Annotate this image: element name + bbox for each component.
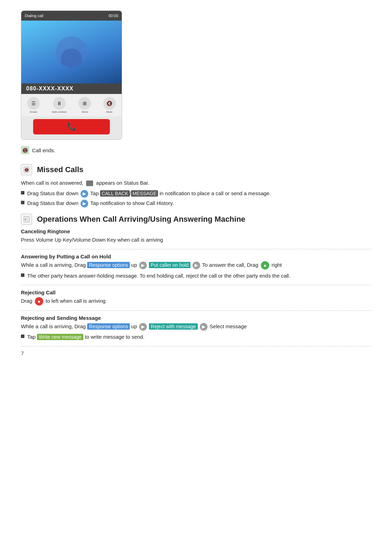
missed-calls-intro-text: When call is not answered, <box>21 180 83 186</box>
answering-hold-text: While a call is arriving, Drag Response … <box>21 261 371 270</box>
missed-calls-bullet-2: Drag Status Bar down ▶ Tap notification … <box>21 199 371 207</box>
answering-hold-text-after: To answer the call, Drag <box>202 262 260 268</box>
operations-icon: + <box>21 214 32 225</box>
call-ends-line: 📵 Call ends. <box>21 146 371 154</box>
arrow-icon-4: ▶ <box>193 262 200 269</box>
call-btn-add-label: Add contact <box>52 110 67 113</box>
arrow-icon-2: ▶ <box>81 200 88 207</box>
bullet-square-3 <box>21 273 24 277</box>
arrow-icon-6: ▶ <box>200 323 208 331</box>
divider-4 <box>21 346 371 346</box>
canceling-ringtone-heading: Canceling Ringtone <box>21 228 371 234</box>
answering-hold-bullet-text: The other party hears answer-holding mes… <box>27 272 290 280</box>
phone-screenshot: Dialing call 00:00 080-XXXX-XXXX ☰ Erase… <box>21 10 122 140</box>
status-bar-icon-missed <box>86 181 93 186</box>
divider-2 <box>21 285 371 285</box>
call-time: 00:00 <box>108 14 118 18</box>
rejecting-message-text: While a call is arriving, Drag Response … <box>21 322 371 331</box>
call-btn-group-4: 🔇 Mute <box>103 97 116 113</box>
end-call-icon: 📞 <box>67 122 76 131</box>
answering-hold-heading: Answering by Putting a Call on Hold <box>21 254 371 259</box>
missed-calls-bullets: Drag Status Bar down ▶ Tap CALL BACK/MES… <box>21 189 371 207</box>
operations-title: Operations When Call Arriving/Using Answ… <box>37 215 245 224</box>
call-btn-erase: ☰ <box>27 97 40 110</box>
call-ends-icon: 📵 <box>21 146 29 154</box>
missed-calls-intro: When call is not answered, appears on St… <box>21 179 371 187</box>
response-options-highlight-2: Response options <box>87 323 130 330</box>
call-btn-erase-label: Erase <box>30 110 37 113</box>
missed-calls-bullet-2-text: Drag Status Bar down ▶ Tap notification … <box>27 199 174 207</box>
call-buttons-row: ☰ Erase ⏸ Add contact ⊞ More 🔇 Mute <box>21 94 122 116</box>
missed-calls-bullet-1: Drag Status Bar down ▶ Tap CALL BACK/MES… <box>21 189 371 198</box>
rejecting-message-before: While a call is arriving, Drag <box>21 323 87 329</box>
silhouette-body <box>61 49 82 68</box>
bullet-square-2 <box>21 201 24 204</box>
operations-header: + Operations When Call Arriving/Using An… <box>21 214 371 225</box>
answering-hold-bullet-1: The other party hears answer-holding mes… <box>21 272 371 280</box>
answering-hold-bullets: The other party hears answer-holding mes… <box>21 272 371 280</box>
put-caller-on-hold-highlight: Put caller on hold <box>149 262 190 268</box>
divider-3 <box>21 310 371 311</box>
rejecting-message-after: Select message <box>210 323 247 329</box>
canceling-ringtone-text: Press Volume Up Key/Volume Down Key when… <box>21 236 371 244</box>
bullet-square-1 <box>21 191 24 194</box>
missed-calls-header: 📵 Missed Calls <box>21 164 371 175</box>
rejecting-message-up: up <box>131 323 137 329</box>
phone-top-bar: Dialing call 00:00 <box>21 11 122 21</box>
reject-with-message-highlight: Reject with message <box>149 323 197 330</box>
rejecting-message-bullet-1: Tap Write new message to write message t… <box>21 333 371 341</box>
svg-text:📵: 📵 <box>24 168 29 172</box>
call-btn-more-label: More <box>82 110 88 113</box>
call-btn-group-2: ⏸ Add contact <box>52 97 67 113</box>
call-ends-text: Call ends. <box>32 147 55 153</box>
message-highlight: MESSAGE <box>131 190 158 197</box>
call-btn-add: ⏸ <box>53 97 66 110</box>
end-call-button[interactable]: 📞 <box>33 119 110 134</box>
callback-highlight: CALL BACK <box>100 190 130 197</box>
rejecting-text: Drag ● to left when call is arriving <box>21 297 371 306</box>
call-btn-more: ⊞ <box>78 97 91 110</box>
rejecting-message-bullet-text: Tap Write new message to write message t… <box>27 333 144 341</box>
missed-calls-bullet-1-text: Drag Status Bar down ▶ Tap CALL BACK/MES… <box>27 189 271 198</box>
missed-call-svg: 📵 <box>23 166 30 173</box>
missed-calls-icon: 📵 <box>21 164 32 175</box>
call-btn-mute-label: Mute <box>106 110 113 113</box>
app-name: Dialing call <box>25 14 43 18</box>
answering-hold-up: up <box>131 262 137 268</box>
arrow-icon-1: ▶ <box>81 190 88 198</box>
answering-hold-right: right <box>272 262 282 268</box>
rejecting-drag: Drag <box>21 298 34 304</box>
answering-hold-text-before: While a call is arriving, Drag <box>21 262 87 268</box>
call-btn-group-3: ⊞ More <box>78 97 91 113</box>
rejecting-text-after: to left when call is arriving <box>46 298 106 304</box>
response-options-highlight-1: Response options <box>87 262 130 268</box>
rejecting-message-bullets: Tap Write new message to write message t… <box>21 333 371 341</box>
green-circle-icon-1: ● <box>261 261 269 270</box>
write-new-message-highlight: Write new message <box>37 334 83 340</box>
rejecting-message-heading: Rejecting and Sending Message <box>21 315 371 321</box>
avatar-silhouette <box>56 36 87 68</box>
svg-text:+: + <box>24 218 27 221</box>
avatar-area <box>21 21 122 83</box>
missed-calls-title: Missed Calls <box>37 165 83 174</box>
divider-1 <box>21 249 371 249</box>
drag-status-bar-down-2: Drag Status Bar down <box>27 200 78 206</box>
arrow-icon-5: ▶ <box>139 323 147 331</box>
rejecting-heading: Rejecting Call <box>21 289 371 295</box>
missed-calls-intro-suffix: appears on Status Bar. <box>96 180 150 186</box>
page-number: 7 <box>21 350 24 356</box>
call-btn-mute: 🔇 <box>103 97 116 110</box>
red-circle-icon: ● <box>35 297 43 306</box>
arrow-icon-3: ▶ <box>139 262 147 269</box>
bullet-square-4 <box>21 335 24 338</box>
drag-status-bar-down-1: Drag Status Bar down <box>27 190 78 196</box>
call-btn-group-1: ☰ Erase <box>27 97 40 113</box>
phone-number: 080-XXXX-XXXX <box>21 83 122 94</box>
operations-svg: + <box>23 216 30 223</box>
